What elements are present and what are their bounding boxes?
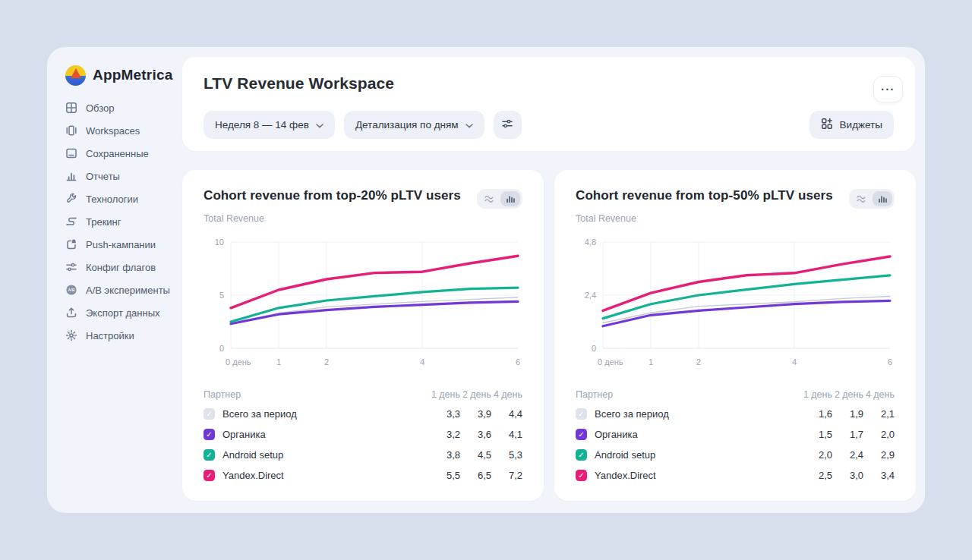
legend-row-1[interactable]: ✓Органика1,51,72,0 [576,424,895,445]
sidebar-item-label: Технологии [86,193,138,205]
chevron-down-icon [465,119,473,131]
legend-row-name: ✓Всего за период [204,408,429,420]
series-checkbox-icon[interactable]: ✓ [204,429,215,440]
filter-settings-button[interactable] [494,111,522,139]
bar-chart-toggle[interactable] [873,191,892,206]
sidebar-item-1[interactable]: Workspaces [65,119,187,142]
svg-text:6: 6 [516,357,520,367]
sidebar-item-6[interactable]: Push-кампании [65,233,187,256]
partner-column-header: Партнер [576,389,801,400]
sidebar: AppMetrica ОбзорWorkspacesСохраненныеОтч… [65,64,187,347]
legend-row-2[interactable]: ✓Android setup2,02,42,9 [576,445,895,465]
series-name: Yandex.Direct [595,470,656,481]
legend-table-header: Партнер 1 день 2 день 4 день [576,385,895,404]
sidebar-item-10[interactable]: Настройки [65,324,187,347]
series-value-day2: 4,4 [491,408,522,420]
series-value-day1: 4,5 [460,449,491,461]
app-name: AppMetrica [93,67,172,83]
series-name: Android setup [595,449,655,461]
series-checkbox-icon[interactable]: ✓ [576,449,587,461]
series-checkbox-icon[interactable]: ✓ [204,449,215,461]
overview-grid-icon [65,102,77,114]
appmetrica-logo-icon [65,65,86,86]
sidebar-item-7[interactable]: Конфиг флагов [65,256,187,278]
sidebar-item-0[interactable]: Обзор [65,96,187,119]
series-checkbox-icon[interactable]: ✓ [204,470,215,481]
series-name: Android setup [222,449,283,461]
legend-row-1[interactable]: ✓Органика3,23,64,1 [204,424,522,445]
svg-text:0: 0 [592,344,596,353]
svg-text:5: 5 [219,291,224,300]
svg-text:0: 0 [219,344,224,353]
app-logo-row[interactable]: AppMetrica [65,64,187,86]
legend-table: Партнер 1 день 2 день 4 день ✓Всего за п… [204,385,522,486]
svg-text:6: 6 [888,357,892,367]
series-checkbox-icon[interactable]: ✓ [204,408,215,420]
series-value-day0: 3,8 [429,449,460,461]
series-checkbox-icon[interactable]: ✓ [576,429,587,440]
series-checkbox-icon[interactable]: ✓ [576,470,587,481]
svg-text:A/B: A/B [68,288,75,292]
series-value-day2: 2,0 [863,429,895,440]
svg-text:2: 2 [696,357,701,367]
series-checkbox-icon[interactable]: ✓ [576,408,587,420]
sidebar-nav: ОбзорWorkspacesСохраненныеОтчетыТехнолог… [65,96,187,347]
svg-text:2: 2 [324,357,329,367]
chart-bar-icon [878,194,888,203]
series-value-day1: 1,7 [832,429,863,440]
sidebar-item-3[interactable]: Отчеты [65,165,187,187]
more-menu-button[interactable]: ··· [874,77,902,102]
legend-row-name: ✓Yandex.Direct [204,470,429,481]
chart-line-icon [857,194,866,203]
chart-title: Cohort revenue from top-20% pLTV users [204,188,461,203]
sidebar-item-5[interactable]: Трекинг [65,210,187,233]
detail-filter-dropdown[interactable]: Детализация по дням [344,111,484,139]
technologies-icon [65,193,77,205]
legend-row-0[interactable]: ✓Всего за период1,61,92,1 [576,404,895,424]
legend-row-name: ✓Android setup [204,449,429,461]
series-value-day0: 2,0 [801,449,832,461]
legend-table-header: Партнер 1 день 2 день 4 день [204,385,522,404]
legend-rows: ✓Всего за период1,61,92,1✓Органика1,51,7… [576,404,895,486]
line-chart-toggle[interactable] [851,191,871,206]
sidebar-item-9[interactable]: Экспорт данных [65,301,187,324]
legend-row-3[interactable]: ✓Yandex.Direct5,56,57,2 [204,465,522,486]
svg-text:4,8: 4,8 [585,238,596,247]
sidebar-item-label: Конфиг флагов [86,262,156,273]
sidebar-item-4[interactable]: Технологии [65,187,187,210]
widgets-button[interactable]: Виджеты [809,111,894,139]
day1-column-header: 1 день [429,389,460,400]
series-name: Yandex.Direct [222,470,284,481]
chart-subtitle: Total Revenue [204,213,522,224]
svg-text:0 день: 0 день [226,357,251,367]
settings-icon [65,329,77,341]
legend-row-3[interactable]: ✓Yandex.Direct2,53,03,4 [576,465,895,486]
sliders-icon [501,118,513,132]
filter-bar: Неделя 8 — 14 фев Детализация по дням [204,111,522,139]
ab-experiments-icon: A/B [65,284,77,296]
sidebar-item-label: Экспорт данных [86,307,159,319]
legend-row-0[interactable]: ✓Всего за период3,33,94,4 [204,404,522,424]
series-name: Органика [595,429,638,440]
chart-card-top50: Cohort revenue from top-50% pLTV users T… [554,170,916,501]
chart-card-top20: Cohort revenue from top-20% pLTV users T… [182,170,544,501]
legend-row-name: ✓Органика [204,429,429,440]
svg-text:10: 10 [215,238,224,247]
chart-bar-icon [506,194,516,203]
series-value-day0: 1,6 [801,408,832,420]
series-value-day2: 5,3 [491,449,522,461]
legend-row-name: ✓Всего за период [576,408,801,420]
card-head: Cohort revenue from top-50% pLTV users [576,188,895,209]
bar-chart-toggle[interactable] [500,191,520,206]
period-filter-dropdown[interactable]: Неделя 8 — 14 фев [204,111,335,139]
sidebar-item-8[interactable]: A/BA/B эксперименты [65,278,187,301]
legend-row-2[interactable]: ✓Android setup3,84,55,3 [204,445,522,465]
series-value-day1: 2,4 [832,449,863,461]
sidebar-item-label: A/B эксперименты [86,285,170,296]
sidebar-item-2[interactable]: Сохраненные [65,142,187,165]
series-value-day1: 3,0 [832,470,863,481]
day4-column-header: 4 день [491,389,522,400]
line-chart-toggle[interactable] [479,191,499,206]
series-value-day0: 1,5 [801,429,832,440]
day2-column-header: 2 день [460,389,491,400]
